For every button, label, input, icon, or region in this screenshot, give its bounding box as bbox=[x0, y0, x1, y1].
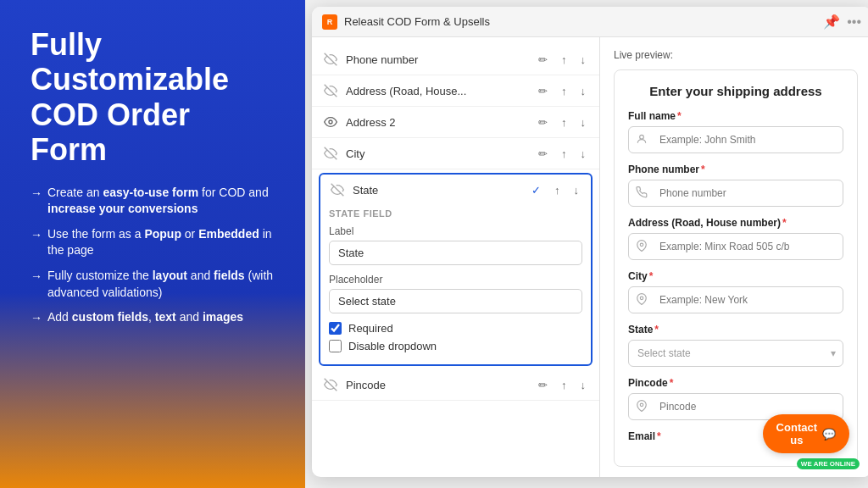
up-state-btn[interactable]: ↑ bbox=[551, 182, 564, 198]
bullet-2: → Use the form as a Popup or Embedded in… bbox=[31, 226, 275, 259]
required-star-city: * bbox=[649, 270, 654, 282]
down-city-btn[interactable]: ↓ bbox=[577, 146, 590, 162]
visibility-icon-pincode[interactable] bbox=[322, 376, 339, 393]
title-bar: R Releasit COD Form & Upsells 📌 ••• bbox=[312, 7, 868, 37]
app-window: R Releasit COD Form & Upsells 📌 ••• Phon… bbox=[312, 7, 868, 477]
more-icon[interactable]: ••• bbox=[847, 14, 861, 30]
edit-phone-btn[interactable]: ✏ bbox=[535, 52, 551, 68]
edit-pincode-btn[interactable]: ✏ bbox=[535, 377, 551, 393]
headline: FullyCustomizableCOD Order Form bbox=[31, 27, 275, 168]
preview-state-select-wrap: Select state ▾ bbox=[628, 340, 843, 367]
preview-city-group: City * bbox=[628, 270, 843, 313]
contact-us-button[interactable]: Contact us 💬 bbox=[763, 414, 849, 453]
up-pincode-btn[interactable]: ↑ bbox=[558, 377, 570, 393]
placeholder-input[interactable] bbox=[329, 289, 582, 313]
up-phone-btn[interactable]: ↑ bbox=[558, 52, 570, 68]
visibility-icon-city[interactable] bbox=[322, 145, 339, 162]
field-row-state[interactable]: State ✓ ↑ ↓ STATE FIELD Label Placeh bbox=[319, 173, 593, 366]
location-icon-city bbox=[629, 293, 654, 308]
down-address2-btn[interactable]: ↓ bbox=[577, 114, 590, 130]
address-label: Address (Road, House... bbox=[346, 85, 528, 97]
svg-point-9 bbox=[640, 403, 643, 407]
state-field-editor: STATE FIELD Label Placeholder Required bbox=[329, 205, 582, 358]
down-phone-btn[interactable]: ↓ bbox=[577, 52, 590, 68]
bullet-text-1: Create an easy-to-use form for COD and i… bbox=[47, 185, 275, 218]
confirm-state-btn[interactable]: ✓ bbox=[528, 182, 544, 198]
required-group: Required bbox=[329, 322, 582, 335]
up-address2-btn[interactable]: ↑ bbox=[558, 114, 570, 130]
required-checkbox[interactable] bbox=[329, 322, 342, 335]
main-content: Phone number ✏ ↑ ↓ Address (Road, House.… bbox=[312, 37, 868, 477]
required-star-address: * bbox=[782, 217, 787, 229]
arrow-icon-3: → bbox=[31, 269, 42, 286]
person-icon bbox=[629, 133, 654, 147]
arrow-icon: → bbox=[31, 186, 42, 202]
right-area: R Releasit COD Form & Upsells 📌 ••• Phon… bbox=[305, 0, 868, 488]
down-address-btn[interactable]: ↓ bbox=[577, 83, 590, 99]
live-preview: Live preview: Enter your shipping addres… bbox=[600, 37, 868, 477]
bell-icon[interactable]: 📌 bbox=[823, 14, 840, 30]
bullet-3: → Fully customize the layout and fields … bbox=[31, 268, 275, 301]
state-row-header: State ✓ ↑ ↓ bbox=[329, 181, 582, 198]
preview-fullname-label: Full name * bbox=[628, 110, 843, 122]
left-panel: FullyCustomizableCOD Order Form → Create… bbox=[0, 0, 305, 488]
phone-input[interactable] bbox=[654, 180, 843, 206]
disable-dropdown-checkbox[interactable] bbox=[329, 340, 342, 352]
state-label: State bbox=[353, 184, 521, 197]
svg-point-7 bbox=[640, 243, 643, 247]
fullname-input[interactable] bbox=[654, 127, 843, 152]
field-row-address: Address (Road, House... ✏ ↑ ↓ bbox=[312, 75, 599, 107]
svg-point-6 bbox=[640, 135, 644, 139]
app-icon: R bbox=[322, 14, 337, 30]
location-icon-address bbox=[629, 240, 654, 254]
pincode-label: Pincode bbox=[346, 379, 528, 391]
required-label: Required bbox=[348, 322, 393, 335]
online-badge: WE ARE ONLINE bbox=[797, 458, 860, 469]
preview-phone-input-wrap bbox=[628, 180, 843, 207]
visibility-icon-state[interactable] bbox=[329, 181, 346, 198]
preview-city-input-wrap bbox=[628, 286, 843, 313]
field-row-pincode: Pincode ✏ ↑ ↓ bbox=[312, 369, 599, 401]
required-star-email: * bbox=[657, 430, 661, 442]
svg-point-8 bbox=[640, 297, 643, 300]
preview-address-group: Address (Road, House number) * bbox=[628, 217, 843, 260]
bullet-1: → Create an easy-to-use form for COD and… bbox=[31, 185, 275, 218]
field-row-address2: Address 2 ✏ ↑ ↓ bbox=[312, 107, 599, 138]
preview-state-label: State * bbox=[628, 324, 843, 336]
svg-point-2 bbox=[329, 120, 332, 124]
preview-phone-label: Phone number * bbox=[628, 164, 843, 175]
preview-card: Enter your shipping address Full name * bbox=[614, 69, 858, 467]
up-address-btn[interactable]: ↑ bbox=[558, 83, 570, 99]
address-input[interactable] bbox=[654, 234, 843, 259]
city-label: City bbox=[346, 147, 528, 160]
field-row-phone: Phone number ✏ ↑ ↓ bbox=[312, 44, 599, 75]
required-star-pincode: * bbox=[670, 377, 674, 389]
preview-fullname-group: Full name * bbox=[628, 110, 843, 153]
label-label: Label bbox=[329, 225, 582, 237]
down-state-btn[interactable]: ↓ bbox=[570, 182, 583, 198]
up-city-btn[interactable]: ↑ bbox=[558, 146, 570, 162]
edit-address2-btn[interactable]: ✏ bbox=[535, 114, 551, 130]
required-star-phone: * bbox=[701, 164, 705, 175]
edit-city-btn[interactable]: ✏ bbox=[535, 146, 551, 162]
down-pincode-btn[interactable]: ↓ bbox=[577, 377, 590, 393]
preview-phone-group: Phone number * bbox=[628, 164, 843, 207]
preview-address-input-wrap bbox=[628, 233, 843, 260]
field-row-city: City ✏ ↑ ↓ bbox=[312, 138, 599, 169]
visibility-icon-phone[interactable] bbox=[322, 51, 339, 68]
visibility-icon-address[interactable] bbox=[322, 82, 339, 99]
visibility-icon-address2[interactable] bbox=[322, 114, 339, 130]
label-input[interactable] bbox=[329, 241, 582, 265]
bullet-4: → Add custom fields, text and images bbox=[31, 309, 275, 327]
disable-dropdown-label: Disable dropdown bbox=[348, 340, 437, 352]
preview-address-label: Address (Road, House number) * bbox=[628, 217, 843, 229]
phone-label: Phone number bbox=[346, 53, 528, 66]
address2-label: Address 2 bbox=[346, 116, 528, 129]
city-input[interactable] bbox=[654, 287, 843, 313]
edit-address-btn[interactable]: ✏ bbox=[535, 83, 551, 99]
state-select[interactable]: Select state bbox=[629, 341, 831, 366]
app-title: Releasit COD Form & Upsells bbox=[344, 15, 816, 28]
location-icon-pincode bbox=[629, 400, 654, 414]
chevron-down-icon: ▾ bbox=[831, 347, 843, 359]
state-section-title: STATE FIELD bbox=[329, 208, 582, 219]
